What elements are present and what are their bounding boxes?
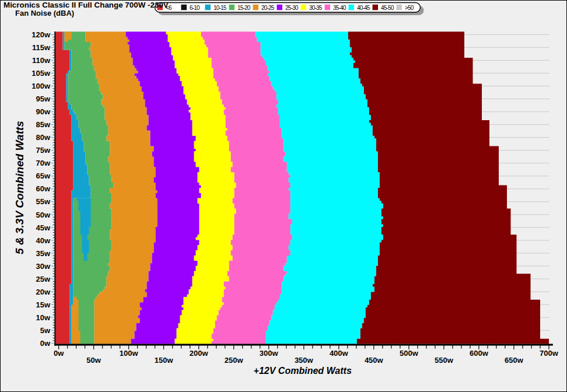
svg-text:85w: 85w bbox=[36, 120, 50, 129]
svg-text:200w: 200w bbox=[190, 349, 209, 358]
svg-text:55w: 55w bbox=[36, 197, 50, 206]
svg-text:400w: 400w bbox=[330, 349, 349, 358]
svg-text:60w: 60w bbox=[36, 184, 50, 193]
svg-text:5 & 3.3V Combined Watts: 5 & 3.3V Combined Watts bbox=[13, 121, 26, 254]
svg-text:Fan Noise (dBA): Fan Noise (dBA) bbox=[15, 9, 74, 18]
svg-text:550w: 550w bbox=[435, 356, 454, 365]
svg-text:100w: 100w bbox=[120, 349, 139, 358]
svg-text:15w: 15w bbox=[36, 300, 50, 309]
svg-text:65w: 65w bbox=[36, 172, 50, 180]
svg-text:250w: 250w bbox=[225, 356, 244, 365]
svg-text:0w: 0w bbox=[54, 349, 64, 358]
svg-text:Micronics Classic II Full Chan: Micronics Classic II Full Change 700W -2… bbox=[4, 1, 169, 9]
svg-text:+12V Combined Watts: +12V Combined Watts bbox=[254, 366, 352, 376]
svg-text:5w: 5w bbox=[40, 326, 51, 335]
svg-text:20w: 20w bbox=[36, 288, 50, 296]
svg-text:40-45: 40-45 bbox=[357, 5, 370, 11]
svg-text:50w: 50w bbox=[36, 211, 50, 219]
svg-text:75w: 75w bbox=[36, 146, 50, 155]
svg-text:600w: 600w bbox=[470, 349, 489, 358]
svg-text:>50: >50 bbox=[405, 5, 414, 11]
svg-text:35-40: 35-40 bbox=[333, 5, 346, 11]
svg-text:10-15: 10-15 bbox=[214, 5, 227, 11]
svg-text:95w: 95w bbox=[36, 94, 50, 103]
svg-text:700w: 700w bbox=[540, 349, 559, 358]
svg-text:30-35: 30-35 bbox=[309, 5, 323, 11]
svg-text:0w: 0w bbox=[40, 339, 51, 348]
svg-text:350w: 350w bbox=[295, 356, 314, 365]
svg-text:80w: 80w bbox=[36, 133, 50, 142]
svg-text:25w: 25w bbox=[36, 275, 50, 284]
svg-text:120w: 120w bbox=[32, 30, 51, 39]
svg-text:105w: 105w bbox=[32, 69, 51, 78]
svg-text:35w: 35w bbox=[36, 249, 50, 258]
svg-text:150w: 150w bbox=[155, 356, 174, 365]
svg-text:110w: 110w bbox=[32, 56, 51, 65]
svg-text:15-20: 15-20 bbox=[237, 5, 251, 11]
svg-text:20-25: 20-25 bbox=[261, 5, 275, 11]
svg-text:25-30: 25-30 bbox=[285, 5, 299, 11]
svg-text:6-10: 6-10 bbox=[190, 5, 200, 11]
svg-text:500w: 500w bbox=[400, 349, 419, 358]
svg-text:100w: 100w bbox=[32, 82, 51, 90]
svg-text:115w: 115w bbox=[32, 43, 51, 52]
svg-text:45w: 45w bbox=[36, 223, 50, 232]
svg-text:10w: 10w bbox=[36, 313, 50, 322]
svg-text:650w: 650w bbox=[505, 356, 524, 365]
svg-text:30w: 30w bbox=[36, 262, 50, 271]
svg-text:40w: 40w bbox=[36, 236, 50, 245]
svg-text:90w: 90w bbox=[36, 107, 50, 116]
svg-text:45-50: 45-50 bbox=[381, 5, 394, 11]
svg-text:300w: 300w bbox=[260, 349, 279, 358]
svg-text:450w: 450w bbox=[365, 356, 384, 365]
svg-text:70w: 70w bbox=[36, 159, 50, 167]
svg-text:50w: 50w bbox=[86, 356, 101, 365]
